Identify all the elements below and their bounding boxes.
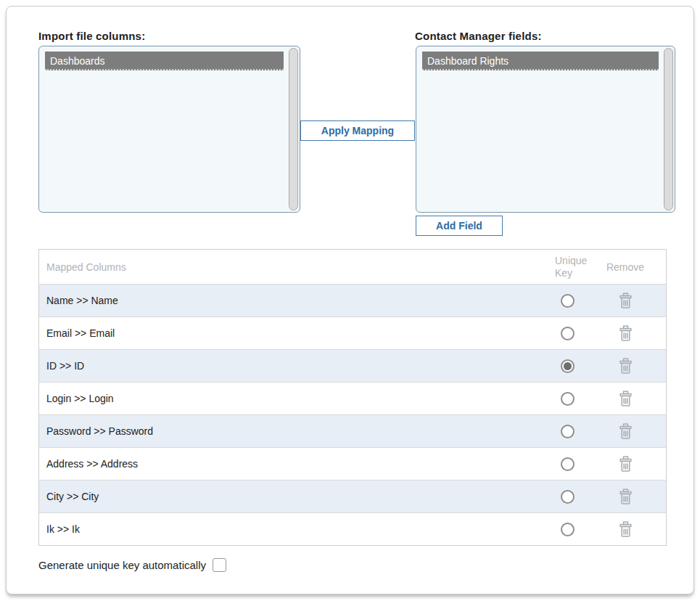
remove-row-trash-icon[interactable] (618, 521, 633, 538)
remove-row-trash-icon[interactable] (618, 456, 633, 473)
table-row: Email >> Email (39, 316, 666, 349)
radio-dot (564, 330, 572, 338)
table-row: Ik >> Ik (39, 512, 666, 545)
radio-dot (564, 362, 572, 370)
table-row: Address >> Address (39, 447, 666, 480)
radio-dot (564, 297, 572, 305)
import-file-columns-label: Import file columns: (38, 30, 145, 42)
table-row: Name >> Name (39, 284, 666, 316)
table-row: Password >> Password (39, 414, 666, 447)
contact-fields-list: Dashboard Rights (416, 52, 675, 70)
table-row: City >> City (39, 480, 666, 512)
apply-mapping-button[interactable]: Apply Mapping (300, 120, 415, 141)
unique-key-radio[interactable] (561, 294, 575, 308)
import-mapping-panel: Import file columns: Dashboards Contact … (6, 6, 694, 594)
mapped-column-label: Ik >> Ik (39, 523, 538, 535)
import-column-item[interactable]: Dashboards (45, 52, 284, 70)
table-row: Login >> Login (39, 382, 666, 414)
remove-row-trash-icon[interactable] (618, 423, 633, 440)
contact-field-item[interactable]: Dashboard Rights (422, 52, 659, 70)
contact-manager-fields-label: Contact Manager fields: (415, 30, 542, 42)
mapped-column-label: Address >> Address (39, 458, 538, 470)
import-columns-list: Dashboards (39, 52, 300, 70)
mapped-column-label: Email >> Email (39, 327, 538, 339)
radio-dot (564, 493, 572, 501)
remove-row-trash-icon[interactable] (618, 293, 633, 309)
mapped-columns-table: Mapped Columns Unique Key Remove Name >>… (38, 249, 667, 546)
table-header-row: Mapped Columns Unique Key Remove (39, 250, 666, 284)
unique-key-radio[interactable] (561, 425, 575, 438)
add-field-button[interactable]: Add Field (416, 216, 503, 236)
remove-row-trash-icon[interactable] (618, 488, 633, 505)
generate-key-footer: Generate unique key automatically (38, 558, 226, 572)
mapped-column-label: Password >> Password (39, 425, 538, 437)
mapped-columns-header: Mapped Columns (39, 261, 538, 273)
unique-key-radio[interactable] (561, 457, 575, 471)
import-columns-listbox[interactable]: Dashboards (38, 46, 300, 213)
generate-unique-key-label: Generate unique key automatically (38, 559, 206, 571)
unique-key-radio[interactable] (561, 490, 575, 504)
contact-listbox-scrollbar[interactable] (664, 48, 673, 210)
table-body: Name >> NameEmail >> EmailID >> IDLogin … (39, 284, 666, 545)
mapped-column-label: ID >> ID (39, 360, 538, 372)
mapped-column-label: Name >> Name (39, 295, 538, 306)
radio-dot (564, 526, 572, 533)
remove-row-trash-icon[interactable] (618, 391, 633, 407)
radio-dot (564, 460, 572, 468)
remove-row-trash-icon[interactable] (618, 325, 633, 342)
generate-unique-key-checkbox[interactable] (213, 558, 226, 572)
radio-dot (564, 428, 572, 436)
mapped-column-label: Login >> Login (39, 393, 538, 404)
unique-key-radio[interactable] (561, 327, 575, 340)
radio-dot (564, 395, 572, 403)
remove-row-trash-icon[interactable] (618, 358, 633, 375)
mapped-column-label: City >> City (39, 491, 538, 502)
remove-header: Remove (596, 261, 654, 273)
unique-key-radio[interactable] (561, 523, 575, 536)
contact-fields-listbox[interactable]: Dashboard Rights (416, 46, 675, 213)
import-listbox-scrollbar[interactable] (289, 48, 298, 210)
unique-key-radio[interactable] (561, 392, 575, 406)
table-row: ID >> ID (39, 349, 666, 382)
unique-key-radio[interactable] (561, 359, 575, 373)
unique-key-header: Unique Key (538, 255, 596, 279)
